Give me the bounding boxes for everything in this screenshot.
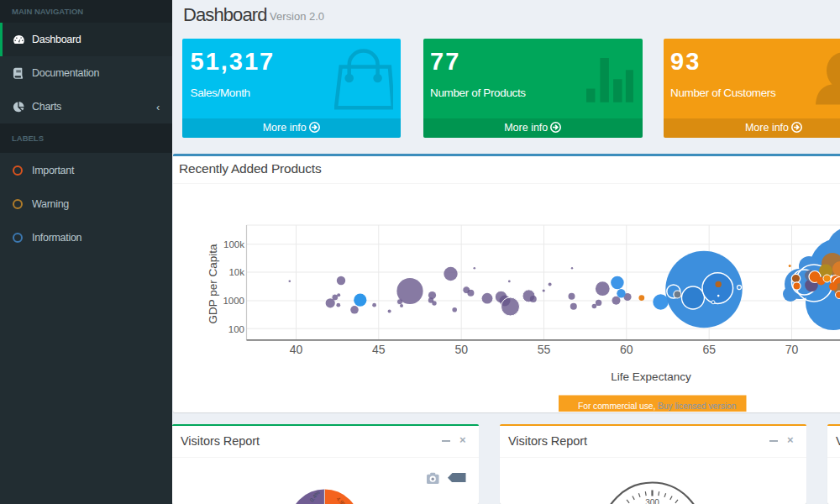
svg-text:65: 65	[702, 343, 716, 356]
svg-text:1000: 1000	[223, 296, 244, 306]
svg-text:For commercial use, Buy licens: For commercial use, Buy licensed version	[578, 402, 737, 411]
svg-text:50: 50	[454, 343, 468, 356]
svg-text:Life Expectancy: Life Expectancy	[611, 370, 691, 383]
svg-text:100: 100	[228, 324, 244, 334]
svg-text:10k: 10k	[228, 267, 244, 277]
svg-text:300: 300	[645, 498, 659, 504]
svg-text:45: 45	[372, 343, 386, 356]
svg-text:GDP per Capita: GDP per Capita	[207, 244, 219, 324]
svg-text:70: 70	[785, 343, 799, 356]
svg-text:100k: 100k	[223, 239, 244, 249]
svg-text:55: 55	[538, 343, 551, 356]
svg-text:60: 60	[620, 343, 633, 356]
svg-text:40: 40	[290, 343, 303, 356]
